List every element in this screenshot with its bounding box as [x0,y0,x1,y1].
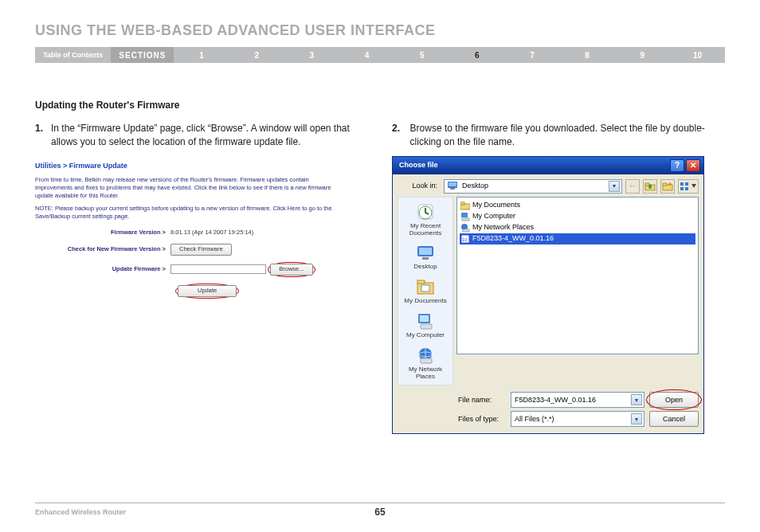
firmware-breadcrumb: Utilities > Firmware Update [35,161,368,171]
svg-rect-11 [685,182,688,186]
lookin-label: Look in: [398,181,441,191]
section-navbar: Table of Contents SECTIONS 1 2 3 4 5 6 7… [35,47,725,63]
filetype-label: Files of type: [458,414,506,424]
views-icon[interactable] [678,179,699,194]
firmware-file-input[interactable] [170,264,266,274]
toc-link[interactable]: Table of Contents [35,47,111,63]
sidebar-mycomp[interactable]: My Computer [400,311,451,339]
chevron-down-icon[interactable]: ▾ [609,181,620,192]
step-1: 1. In the “Firmware Update” page, click … [35,122,368,150]
step-2-number: 2. [392,122,402,150]
dialog-title-text: Choose file [399,160,438,170]
svg-rect-9 [680,182,684,186]
dialog-titlebar[interactable]: Choose file ? ✕ [393,157,703,174]
footer-product-name: Enhanced Wireless Router [35,508,126,516]
svg-rect-16 [419,248,432,255]
update-firmware-label: Update Firmware > [35,265,170,274]
svg-rect-19 [417,280,425,284]
chevron-down-icon[interactable]: ▾ [631,394,642,405]
cancel-button[interactable]: Cancel [649,411,699,427]
up-folder-icon[interactable] [643,179,657,194]
section-8[interactable]: 8 [560,47,615,63]
sidebar-desktop[interactable]: Desktop [400,243,451,271]
list-item[interactable]: My Documents [460,200,695,211]
svg-rect-10 [680,187,684,190]
nav-back-button[interactable]: ← [625,179,640,194]
svg-rect-32 [463,229,469,232]
choose-file-dialog: Choose file ? ✕ Look in: Desktop ▾ [392,156,704,435]
filename-value: F5D8233-4_WW_0.01.16 [515,395,596,405]
section-6[interactable]: 6 [449,47,504,63]
filename-label: File name: [458,395,506,405]
svg-rect-23 [421,324,432,329]
svg-rect-2 [450,188,455,190]
firmware-version-value: 8.01.13 (Apr 14 2007 19:25:14) [170,229,253,237]
update-button[interactable]: Update [178,285,237,297]
list-item[interactable]: My Network Places [460,222,695,233]
filename-combo[interactable]: F5D8233-4_WW_0.01.16 ▾ [511,392,644,408]
section-1[interactable]: 1 [174,47,229,63]
step-2: 2. Browse to the firmware file you downl… [392,122,725,150]
section-2[interactable]: 2 [229,47,284,63]
firmware-intro: From time to time, Belkin may release ne… [35,176,338,200]
computer-icon [460,212,470,221]
svg-rect-1 [449,182,456,186]
close-icon[interactable]: ✕ [686,159,700,172]
svg-rect-29 [461,213,468,217]
list-item[interactable]: My Computer [460,211,695,222]
svg-text:10: 10 [462,237,468,242]
filetype-combo[interactable]: All Files (*.*) ▾ [511,411,644,427]
check-firmware-button[interactable]: Check Firmware [170,244,232,256]
svg-rect-4 [645,183,649,186]
step-2-text: Browse to the firmware file you download… [410,122,725,150]
page-number: 65 [374,507,385,518]
svg-rect-20 [421,285,429,291]
svg-rect-17 [422,257,429,260]
lookin-value: Desktop [462,181,488,191]
section-4[interactable]: 4 [339,47,394,63]
svg-rect-22 [420,315,429,322]
sidebar-recent[interactable]: My Recent Documents [400,202,451,237]
binary-file-icon: 10 [460,234,470,244]
file-list[interactable]: My Documents My Computer My Network Plac… [456,197,699,354]
sidebar-netplaces[interactable]: My Network Places [400,346,451,381]
svg-rect-28 [460,202,464,205]
section-5[interactable]: 5 [394,47,449,63]
browse-highlight-oval: Browse... [268,262,315,277]
help-icon[interactable]: ? [670,159,684,172]
firmware-note: NOTE: Please backup your current setting… [35,205,338,221]
section-subtitle: Updating the Router's Firmware [35,100,725,111]
sections-label: SECTIONS [111,47,174,63]
section-7[interactable]: 7 [504,47,559,63]
firmware-version-label: Firmware Version > [35,229,170,237]
lookin-combo[interactable]: Desktop ▾ [444,179,622,194]
svg-rect-6 [663,183,667,186]
svg-rect-12 [685,187,688,190]
page-heading: USING THE WEB-BASED ADVANCED USER INTERF… [35,22,725,39]
section-9[interactable]: 9 [615,47,670,63]
filetype-value: All Files (*.*) [515,414,554,424]
update-highlight-oval: Update [175,284,239,299]
open-button[interactable]: Open [649,392,699,408]
check-firmware-label: Check for New Firmware Version > [35,245,170,254]
places-sidebar: My Recent Documents Desktop My Documents [398,197,453,386]
desktop-icon [448,180,459,193]
svg-rect-26 [421,358,432,363]
step-1-number: 1. [35,122,43,150]
sidebar-mydocs[interactable]: My Documents [400,277,451,305]
section-10[interactable]: 10 [670,47,725,63]
section-3[interactable]: 3 [284,47,339,63]
network-icon [460,223,470,233]
browse-button[interactable]: Browse... [270,264,312,276]
chevron-down-icon[interactable]: ▾ [631,413,642,424]
svg-rect-30 [462,218,469,221]
firmware-update-panel: Utilities > Firmware Update From time to… [35,161,368,299]
new-folder-icon[interactable] [660,179,675,194]
folder-icon [460,201,470,210]
step-1-text: In the “Firmware Update” page, click “Br… [51,122,368,150]
list-item-selected[interactable]: 10 F5D8233-4_WW_0.01.16 [460,233,695,244]
